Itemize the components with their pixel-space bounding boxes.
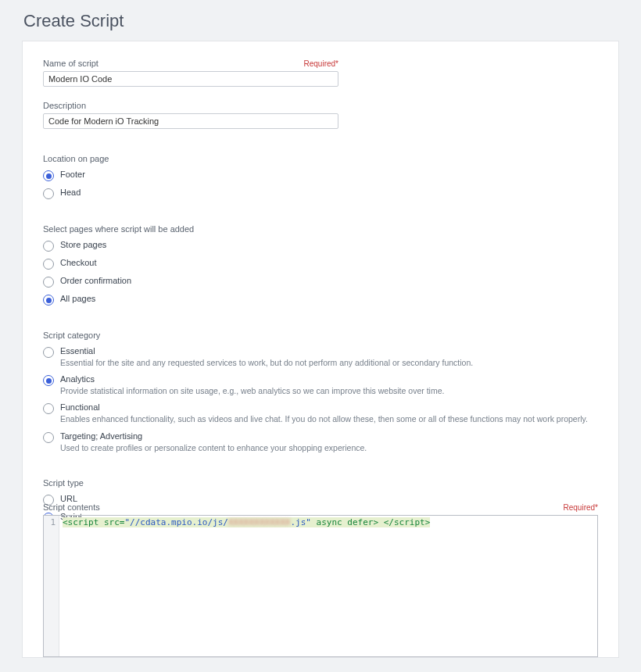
radio-checkout[interactable] xyxy=(43,259,54,270)
radio-head[interactable] xyxy=(43,188,54,199)
radio-all-pages-label: All pages xyxy=(60,294,95,303)
radio-essential-text: Essential Essential for the site and any… xyxy=(60,346,473,368)
page-title: Create Script xyxy=(0,0,641,41)
category-label: Script category xyxy=(43,331,598,340)
description-input[interactable] xyxy=(43,113,338,129)
radio-store-pages[interactable] xyxy=(43,241,54,252)
radio-head-label: Head xyxy=(60,188,81,197)
code-gutter: 1 xyxy=(44,516,59,656)
description-label: Description xyxy=(43,101,86,110)
radio-essential-label: Essential xyxy=(60,346,473,356)
code-editor[interactable]: 1 <script src="//cdata.mpio.io/js/XXXXXX… xyxy=(43,515,598,657)
radio-functional[interactable] xyxy=(43,403,54,414)
radio-targeting-desc: Used to create profiles or personalize c… xyxy=(60,442,367,453)
radio-analytics-desc: Provide statistical information on site … xyxy=(60,385,444,396)
contents-label: Script contents xyxy=(43,502,100,512)
radio-functional-label: Functional xyxy=(60,402,588,412)
type-label: Script type xyxy=(43,478,598,488)
contents-required: Required* xyxy=(564,503,598,512)
radio-targeting[interactable] xyxy=(43,432,54,443)
radio-essential-desc: Essential for the site and any requested… xyxy=(60,357,473,368)
radio-footer-label: Footer xyxy=(60,170,85,179)
radio-functional-desc: Enables enhanced functionality, such as … xyxy=(60,413,588,424)
name-label: Name of script xyxy=(43,59,98,68)
radio-targeting-label: Targeting; Advertising xyxy=(60,431,367,441)
radio-analytics[interactable] xyxy=(43,375,54,386)
code-area[interactable]: <script src="//cdata.mpio.io/js/XXXXXXXX… xyxy=(59,516,597,656)
name-required: Required* xyxy=(304,59,338,68)
radio-targeting-text: Targeting; Advertising Used to create pr… xyxy=(60,431,367,453)
pages-label: Select pages where script will be added xyxy=(43,224,598,234)
radio-footer[interactable] xyxy=(43,170,54,181)
location-label: Location on page xyxy=(43,154,598,163)
radio-store-pages-label: Store pages xyxy=(60,240,106,249)
radio-order-confirmation[interactable] xyxy=(43,277,54,288)
radio-analytics-label: Analytics xyxy=(60,374,444,384)
radio-essential[interactable] xyxy=(43,347,54,358)
radio-url-label: URL xyxy=(60,494,77,503)
radio-functional-text: Functional Enables enhanced functionalit… xyxy=(60,402,588,424)
name-input[interactable] xyxy=(43,71,338,87)
form-panel: Name of script Required* Description Loc… xyxy=(22,41,619,658)
radio-all-pages[interactable] xyxy=(43,295,54,306)
radio-order-confirmation-label: Order confirmation xyxy=(60,276,131,285)
radio-analytics-text: Analytics Provide statistical informatio… xyxy=(60,374,444,396)
radio-checkout-label: Checkout xyxy=(60,258,96,267)
